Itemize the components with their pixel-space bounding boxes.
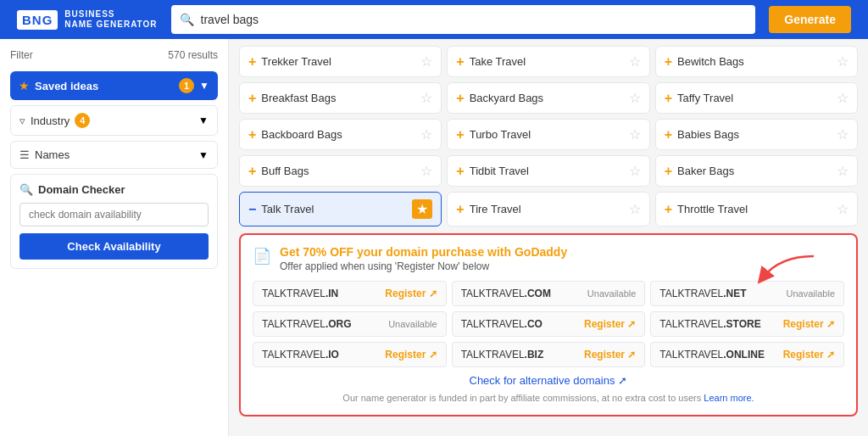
star-icon[interactable]: ★ [412,199,432,219]
promo-sub: Offer applied when using 'Register Now' … [280,260,567,272]
register-button[interactable]: Register ➚ [584,318,636,330]
saved-ideas-label: Saved ideas [35,80,174,92]
domain-item: TALKTRAVEL.IORegister ➚ [253,342,447,367]
minus-icon: − [248,202,256,217]
footer-note: Our name generator is funded in part by … [253,392,844,405]
sidebar: Filter 570 results ★ Saved ideas 1 ▼ ▿ I… [0,39,229,436]
name-card[interactable]: +Turbo Travel☆ [447,119,649,150]
domain-item: TALKTRAVEL.STORERegister ➚ [650,311,844,337]
star-filled-icon: ★ [19,79,30,92]
plus-icon: + [665,164,672,179]
name-text: Taffy Travel [677,92,733,104]
plus-icon: + [456,164,464,179]
unavailable-label: Unavailable [787,288,835,299]
domain-results-header: 📄 Get 70% OFF your domain purchase with … [253,245,844,272]
plus-icon: + [665,91,672,106]
domain-checker-title: 🔍 Domain Checker [19,183,209,196]
register-button[interactable]: Register ➚ [385,349,437,361]
check-alt-link[interactable]: Check for alternative domains ➚ [253,374,844,387]
star-icon[interactable]: ☆ [837,53,849,70]
industry-filter[interactable]: ▿ Industry 4 ▼ [10,105,218,136]
domain-name: TALKTRAVEL.IN [262,288,338,299]
star-icon[interactable]: ☆ [629,201,641,217]
generate-button[interactable]: Generate [769,6,851,33]
domain-grid: TALKTRAVEL.INRegister ➚TALKTRAVEL.COMUna… [253,281,844,367]
star-icon[interactable]: ☆ [420,163,432,179]
domain-name: TALKTRAVEL.NET [659,288,746,299]
name-card[interactable]: +Breakfast Bags☆ [239,82,442,114]
name-text: Talk Travel [261,203,314,215]
search-domain-icon: 🔍 [19,183,33,196]
names-filter[interactable]: ☰ Names ▼ [10,141,218,169]
plus-icon: + [456,202,464,217]
name-text: Throttle Travel [677,203,748,215]
star-icon[interactable]: ☆ [629,163,641,179]
name-card[interactable]: +Backyard Bags☆ [447,82,649,114]
domain-name: TALKTRAVEL.CO [461,318,542,330]
domain-input[interactable] [19,203,209,226]
name-card[interactable]: +Trekker Travel☆ [239,46,442,77]
name-card[interactable]: +Throttle Travel☆ [655,192,858,226]
star-icon[interactable]: ☆ [420,53,432,70]
saved-ideas-badge: 1 [179,78,194,93]
learn-more-link[interactable]: Learn more. [704,393,754,403]
industry-chevron-icon: ▼ [198,115,209,126]
name-card[interactable]: −Talk Travel★ [239,192,442,226]
name-card[interactable]: +Tidbit Travel☆ [447,155,649,187]
register-button[interactable]: Register ➚ [385,288,437,299]
star-icon[interactable]: ☆ [837,201,849,217]
name-text: Babies Bags [677,128,739,141]
logo-text: BUSINESSNAME GENERATOR [64,9,157,30]
domain-name: TALKTRAVEL.STORE [659,318,760,330]
name-text: Backboard Bags [261,128,342,141]
name-card[interactable]: +Backboard Bags☆ [239,119,442,150]
domain-item: TALKTRAVEL.NETUnavailable [650,281,844,306]
register-button[interactable]: Register ➚ [783,318,835,330]
name-card[interactable]: +Bewitch Bags☆ [655,46,858,77]
star-icon[interactable]: ☆ [420,90,432,106]
name-text: Tire Travel [470,203,521,215]
names-label: Names [35,148,70,161]
name-card[interactable]: +Buff Bags☆ [239,155,442,187]
main-layout: Filter 570 results ★ Saved ideas 1 ▼ ▿ I… [0,39,868,436]
names-chevron-icon: ▼ [198,149,209,161]
domain-name: TALKTRAVEL.IO [262,349,339,361]
star-icon[interactable]: ☆ [420,126,432,143]
funnel-icon: ▿ [19,115,25,127]
name-card[interactable]: +Babies Bags☆ [655,119,858,150]
register-button[interactable]: Register ➚ [584,349,636,361]
register-button[interactable]: Register ➚ [783,349,835,361]
domain-item: TALKTRAVEL.ORGUnavailable [253,311,447,337]
name-card[interactable]: +Take Travel☆ [447,46,649,77]
domain-item: TALKTRAVEL.CORegister ➚ [452,311,646,337]
header: BNG BUSINESSNAME GENERATOR 🔍 Generate [0,0,868,39]
star-icon[interactable]: ☆ [837,90,849,106]
name-card[interactable]: +Taffy Travel☆ [655,82,858,114]
domain-name: TALKTRAVEL.ONLINE [659,349,765,361]
plus-icon: + [456,91,464,106]
domain-name: TALKTRAVEL.ORG [262,318,352,330]
name-text: Breakfast Bags [261,92,336,104]
check-availability-button[interactable]: Check Availability [19,233,209,260]
name-card[interactable]: +Baker Bags☆ [655,155,858,187]
domain-results-box: 📄 Get 70% OFF your domain purchase with … [239,233,858,416]
name-text: Take Travel [470,55,526,68]
name-text: Baker Bags [677,165,734,177]
star-icon[interactable]: ☆ [629,53,641,70]
unavailable-label: Unavailable [388,319,437,329]
saved-ideas-button[interactable]: ★ Saved ideas 1 ▼ [10,71,218,100]
star-icon[interactable]: ☆ [629,90,641,106]
logo-area: BNG BUSINESSNAME GENERATOR [17,9,158,30]
plus-icon: + [665,127,672,143]
results-count: 570 results [168,49,218,61]
star-icon[interactable]: ☆ [837,126,849,143]
name-card[interactable]: +Tire Travel☆ [447,192,649,226]
logo-box: BNG [17,10,58,30]
search-input[interactable] [201,13,748,26]
star-icon[interactable]: ☆ [629,126,641,143]
star-icon[interactable]: ☆ [837,163,849,179]
industry-label: Industry [31,115,70,127]
plus-icon: + [248,54,256,70]
name-text: Backyard Bags [470,92,543,104]
plus-icon: + [248,91,256,106]
